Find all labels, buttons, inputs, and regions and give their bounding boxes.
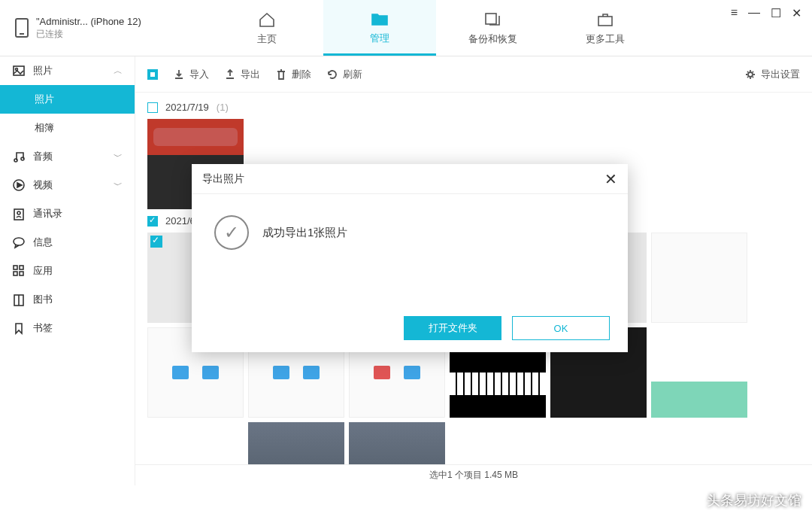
ok-button[interactable]: OK xyxy=(512,316,610,340)
export-modal: 导出照片 ✕ ✓ 成功导出1张照片 打开文件夹 OK xyxy=(192,164,628,352)
watermark: 头条易坊好文馆 xyxy=(707,491,801,509)
modal-title: 导出照片 xyxy=(202,172,244,186)
success-check-icon: ✓ xyxy=(214,215,249,250)
modal-message: 成功导出1张照片 xyxy=(262,226,347,240)
open-folder-button[interactable]: 打开文件夹 xyxy=(404,316,501,340)
modal-close-button[interactable]: ✕ xyxy=(604,170,617,188)
